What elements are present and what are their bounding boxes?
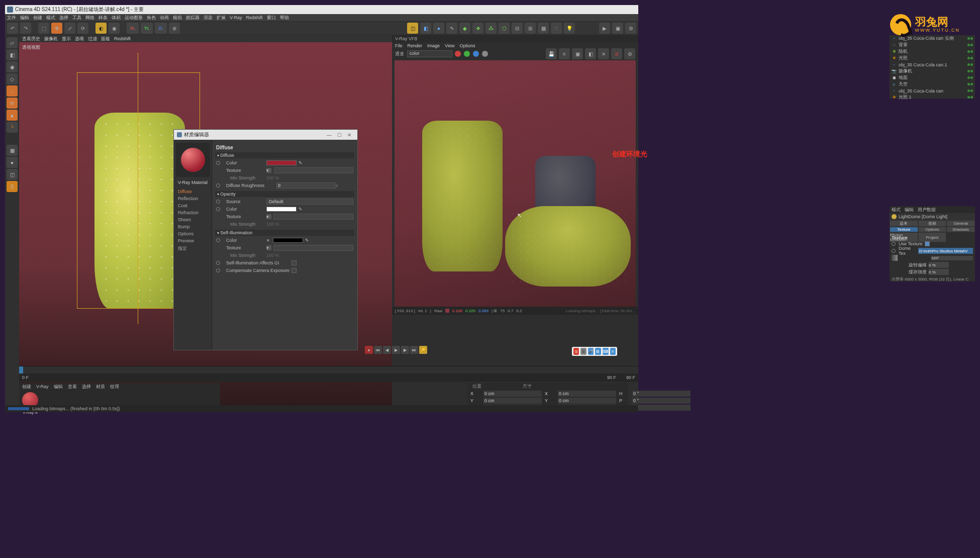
attr-tab-options[interactable]: Options bbox=[918, 227, 947, 232]
menu-extensions[interactable]: 扩展 bbox=[217, 15, 226, 21]
field[interactable]: ⊞ bbox=[525, 23, 536, 34]
vfb-settings-icon[interactable]: ⚙ bbox=[624, 48, 635, 59]
channel-reflection[interactable]: Reflection bbox=[174, 195, 212, 202]
mograph-cloner[interactable]: ⁂ bbox=[485, 23, 497, 34]
axis-mode[interactable]: └ bbox=[7, 122, 18, 133]
visibility-render-dot[interactable] bbox=[970, 96, 973, 99]
visibility-render-dot[interactable] bbox=[970, 50, 973, 53]
object-row[interactable]: ∴ 背景 bbox=[890, 42, 975, 48]
last-tool[interactable]: ◐ bbox=[95, 23, 107, 34]
coord-x-size[interactable] bbox=[558, 391, 616, 397]
object-row[interactable]: ❄ 光照.1 bbox=[890, 94, 975, 101]
attr-tab-basic[interactable]: 基本 bbox=[890, 220, 918, 227]
diffuse-color-radio[interactable] bbox=[216, 161, 220, 165]
goto-start-button[interactable]: ⏮ bbox=[374, 346, 382, 354]
visibility-editor-dot[interactable] bbox=[967, 50, 970, 53]
ime-keyboard-icon[interactable]: ⌨ bbox=[603, 348, 609, 355]
attr-mode[interactable]: 模式 bbox=[892, 207, 901, 213]
camera-create[interactable]: ∵ bbox=[551, 23, 562, 34]
menu-render[interactable]: 渲染 bbox=[204, 15, 213, 21]
menu-file[interactable]: 文件 bbox=[7, 15, 16, 21]
group-self-illum[interactable]: Self-Illumination bbox=[215, 230, 354, 236]
diffuse-texture-slot[interactable] bbox=[274, 167, 353, 173]
object-row[interactable]: ▫ obj_35 Coca-Cola can bbox=[890, 87, 975, 94]
render-view[interactable]: ▶ bbox=[599, 23, 610, 34]
attr-tab-texture[interactable]: Texture bbox=[890, 227, 918, 232]
vfb-red-channel[interactable] bbox=[455, 51, 461, 57]
visibility-editor-dot[interactable] bbox=[967, 37, 970, 40]
vfb-green-channel[interactable] bbox=[464, 51, 470, 57]
group-opacity[interactable]: Opacity bbox=[215, 191, 354, 197]
opacity-source-dropdown[interactable]: Default bbox=[266, 199, 353, 205]
locked-tool[interactable]: ◉ bbox=[109, 23, 120, 34]
ime-toolbar[interactable]: S 英 🎤 ⊞ ⌨ ≡ bbox=[572, 347, 617, 356]
menu-help[interactable]: 帮助 bbox=[280, 15, 289, 21]
rotate-tool[interactable]: ⟳ bbox=[77, 23, 88, 34]
visibility-render-dot[interactable] bbox=[970, 76, 973, 79]
timeline-range-end[interactable]: 90 F bbox=[626, 375, 635, 380]
vfb-stop-icon[interactable]: ⊘ bbox=[611, 48, 622, 59]
menu-animate[interactable]: 动画 bbox=[160, 15, 169, 21]
use-texture-checkbox[interactable] bbox=[925, 241, 930, 246]
material-editor-titlebar[interactable]: 材质编辑器 — ☐ ✕ bbox=[174, 130, 357, 140]
coord-y-pos[interactable] bbox=[483, 398, 542, 404]
maximize-button[interactable]: ☐ bbox=[334, 132, 344, 138]
vfb-menu-render[interactable]: Render bbox=[408, 43, 423, 48]
attr-edit[interactable]: 编辑 bbox=[905, 207, 914, 213]
axis-z-toggle[interactable]: ZL bbox=[155, 23, 167, 34]
diffuse-roughness-radio[interactable] bbox=[216, 183, 220, 188]
axis-x-toggle[interactable]: XL bbox=[127, 23, 139, 34]
opacity-tex-dropdown-icon[interactable]: ▾ bbox=[266, 214, 271, 219]
light-create[interactable]: 💡 bbox=[564, 23, 575, 34]
channel-assign[interactable]: 指定 bbox=[174, 244, 212, 253]
diffuse-color-swatch[interactable] bbox=[266, 160, 297, 165]
visibility-render-dot[interactable] bbox=[970, 89, 973, 92]
selfillum-gi-radio[interactable] bbox=[216, 261, 220, 265]
attr-tab-shadows[interactable]: Shadows bbox=[946, 227, 975, 232]
vfb-compare-icon[interactable]: ◧ bbox=[585, 48, 596, 59]
vp-menu-panel[interactable]: 面板 bbox=[101, 36, 110, 42]
record-button[interactable]: ● bbox=[365, 346, 373, 354]
object-row[interactable]: ❄ 陆机 bbox=[890, 48, 975, 55]
vfb-channel-dropdown[interactable]: color bbox=[407, 50, 452, 57]
visibility-editor-dot[interactable] bbox=[967, 70, 970, 72]
opacity-color-radio[interactable] bbox=[216, 207, 220, 211]
menu-character[interactable]: 角色 bbox=[147, 15, 156, 21]
object-row[interactable]: ☼ 天空 bbox=[890, 81, 975, 87]
render-settings[interactable]: ⚙ bbox=[625, 23, 636, 34]
sphere-primitive[interactable]: ● bbox=[433, 23, 444, 34]
play-button[interactable]: ▶ bbox=[392, 346, 400, 354]
visibility-render-dot[interactable] bbox=[970, 57, 973, 59]
undo-button[interactable]: ↶ bbox=[7, 23, 18, 34]
opacity-source-radio[interactable] bbox=[216, 200, 220, 204]
point-mode[interactable]: ∴ bbox=[7, 85, 18, 97]
visibility-editor-dot[interactable] bbox=[967, 44, 970, 46]
prop1-input[interactable] bbox=[929, 262, 949, 268]
ime-settings-icon[interactable]: ⊞ bbox=[595, 348, 601, 355]
menu-tracker[interactable]: 跟踪器 bbox=[186, 15, 200, 21]
subdivision-generator[interactable]: ❖ bbox=[472, 23, 483, 34]
menu-volume[interactable]: 体积 bbox=[112, 15, 121, 21]
visibility-editor-dot[interactable] bbox=[967, 57, 970, 59]
prev-frame-button[interactable]: ◀ bbox=[383, 346, 391, 354]
object-row[interactable]: 📷 摄像机 bbox=[890, 68, 975, 74]
goto-end-button[interactable]: ⏭ bbox=[410, 346, 418, 354]
coord-h-rot[interactable] bbox=[632, 391, 691, 397]
vp-menu-display[interactable]: 显示 bbox=[62, 36, 71, 42]
viewport-solo[interactable]: ▦ bbox=[7, 145, 18, 156]
object-row[interactable]: ❄ 光照 bbox=[890, 55, 975, 61]
ime-menu-icon[interactable]: ≡ bbox=[610, 348, 616, 355]
edge-mode[interactable]: ⧄ bbox=[7, 98, 18, 109]
coord-b-rot[interactable] bbox=[632, 405, 691, 411]
axis-y-toggle[interactable]: YL bbox=[141, 23, 153, 34]
attr-userdata[interactable]: 用户数据 bbox=[918, 207, 936, 213]
visibility-render-dot[interactable] bbox=[970, 83, 973, 85]
mat-tab-vray[interactable]: V-Ray bbox=[36, 384, 49, 389]
channel-bump[interactable]: Bump bbox=[174, 223, 212, 230]
render-picture-viewer[interactable]: ▣ bbox=[612, 23, 623, 34]
comp-exposure-checkbox[interactable] bbox=[291, 268, 297, 273]
selfillum-texture-slot[interactable] bbox=[273, 245, 353, 251]
menu-simulate[interactable]: 模拟 bbox=[173, 15, 182, 21]
hdri-thumbnail[interactable] bbox=[892, 255, 898, 261]
workplane-mode[interactable]: ◇ bbox=[7, 73, 18, 84]
